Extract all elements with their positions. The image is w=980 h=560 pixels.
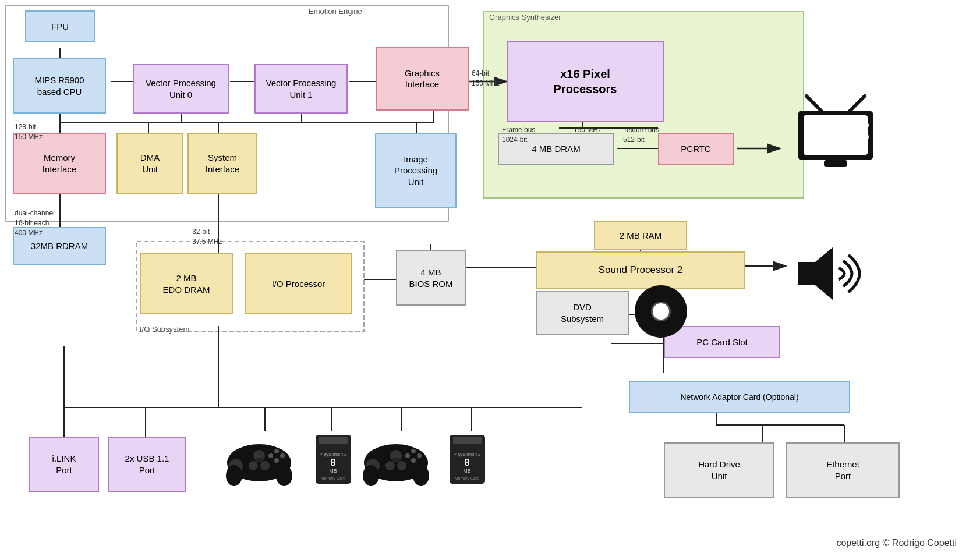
svg-point-75 xyxy=(397,461,406,470)
mhz-150-label: 150 MHz xyxy=(574,125,602,135)
svg-rect-76 xyxy=(392,458,400,462)
svg-text:MB: MB xyxy=(329,468,337,474)
memory-interface-box: MemoryInterface xyxy=(13,133,106,194)
dvd-disc-icon xyxy=(635,285,687,338)
svg-point-67 xyxy=(274,458,279,463)
texture-bus-label: Texture bus512-bit xyxy=(623,125,659,145)
svg-text:PlayStation 2: PlayStation 2 xyxy=(319,452,347,457)
edo-dram-box: 2 MBEDO DRAM xyxy=(140,253,233,314)
svg-point-80 xyxy=(417,453,422,458)
svg-rect-52 xyxy=(804,115,868,155)
svg-text:PlayStation 2: PlayStation 2 xyxy=(453,452,481,457)
svg-point-62 xyxy=(249,461,258,470)
svg-point-69 xyxy=(226,465,242,486)
pc-card-slot-box: PC Card Slot xyxy=(664,326,780,358)
frame-bus-label: Frame bus1024-bit xyxy=(502,125,535,145)
bios-rom-box: 4 MBBIOS ROM xyxy=(396,250,466,306)
hard-drive-box: Hard DriveUnit xyxy=(664,442,774,498)
emotion-engine-label: Emotion Engine xyxy=(309,7,362,16)
svg-point-77 xyxy=(405,453,410,458)
copyright-text: copetti.org © Rodrigo Copetti xyxy=(836,538,957,548)
dma-unit-box: DMAUnit xyxy=(116,133,183,194)
svg-rect-55 xyxy=(824,160,847,167)
svg-text:8: 8 xyxy=(331,458,336,467)
sound-processor2-box: Sound Processor 2 xyxy=(536,251,745,289)
vpu0-box: Vector ProcessingUnit 0 xyxy=(133,64,229,114)
svg-point-66 xyxy=(274,449,279,453)
svg-point-81 xyxy=(363,465,379,486)
system-interface-box: SystemInterface xyxy=(187,133,257,194)
usb-port-box: 2x USB 1.1Port xyxy=(108,437,186,492)
svg-text:8: 8 xyxy=(465,458,470,467)
pcrtc-box: PCRTC xyxy=(658,133,734,165)
svg-line-54 xyxy=(850,96,865,111)
svg-point-78 xyxy=(411,449,416,453)
io-subsystem-label: I/O Subsystem xyxy=(140,325,189,334)
ram-2mb-box: 2 MB RAM xyxy=(594,221,687,250)
svg-line-53 xyxy=(806,96,821,111)
svg-point-79 xyxy=(411,458,416,463)
memcard2-icon: PlayStation 2 8 MB Memory Card xyxy=(448,434,486,487)
speaker-icon xyxy=(792,244,873,305)
svg-point-70 xyxy=(276,465,292,486)
network-adaptor-box: Network Adaptor Card (Optional) xyxy=(629,381,850,413)
svg-text:Memory Card: Memory Card xyxy=(455,476,480,481)
graphics-interface-box: GraphicsInterface xyxy=(376,47,469,111)
svg-point-74 xyxy=(385,461,395,470)
svg-point-63 xyxy=(260,461,270,470)
svg-point-56 xyxy=(861,121,869,129)
tv-icon xyxy=(792,93,879,171)
mips-cpu-box: MIPS R5900based CPU xyxy=(13,58,106,114)
ilink-port-box: i.LINKPort xyxy=(29,437,99,492)
svg-point-68 xyxy=(280,453,285,458)
image-processing-unit-box: ImageProcessingUnit xyxy=(375,133,457,208)
fpu-box: FPU xyxy=(25,10,95,42)
bus-label-128bit: 128-bit150 MHz xyxy=(15,122,43,142)
memcard1-icon: PlayStation 2 8 MB Memory Card xyxy=(314,434,352,487)
bus-label-64bit: 64-bit150 MHz xyxy=(472,69,500,88)
svg-rect-64 xyxy=(255,458,263,462)
dual-channel-label: dual-channel16-bit each400 MHz xyxy=(15,208,55,238)
svg-point-57 xyxy=(861,133,869,141)
controller1-icon xyxy=(221,434,297,488)
ethernet-port-box: EthernetPort xyxy=(786,442,900,498)
graphics-synthesizer-label: Graphics Synthesizer xyxy=(489,13,561,22)
pixel-processors-box: x16 PixelProcessors xyxy=(507,41,664,122)
svg-point-82 xyxy=(413,465,429,486)
svg-rect-90 xyxy=(453,437,482,444)
svg-marker-58 xyxy=(798,247,833,300)
svg-point-65 xyxy=(268,453,273,458)
svg-rect-84 xyxy=(319,437,348,444)
dvd-subsystem-box: DVDSubsystem xyxy=(536,291,629,335)
svg-text:MB: MB xyxy=(463,468,471,474)
controller2-icon xyxy=(358,434,434,488)
bus-label-32bit: 32-bit37.5 MHz xyxy=(192,227,222,247)
svg-text:Memory Card: Memory Card xyxy=(321,476,346,481)
vpu1-box: Vector ProcessingUnit 1 xyxy=(254,64,348,114)
io-processor-box: I/O Processor xyxy=(245,253,352,314)
